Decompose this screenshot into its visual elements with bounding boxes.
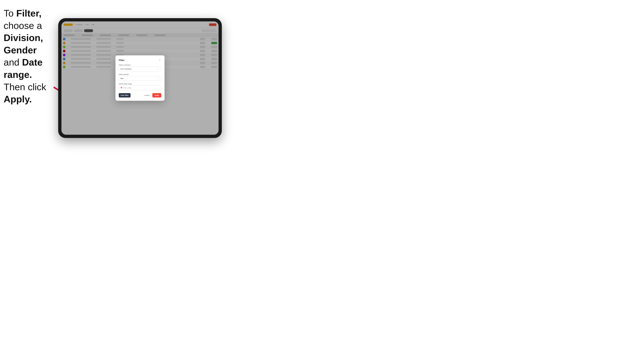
modal-close-button[interactable]: × <box>158 59 161 62</box>
bold-date-range: Date range. <box>4 57 42 80</box>
division-select-controls: × ⌃ <box>157 68 160 70</box>
date-placeholder: Pick a date <box>123 87 132 89</box>
division-chevron-icon: ⌃ <box>158 68 160 70</box>
date-range-input[interactable]: 📅 Pick a date <box>119 86 161 90</box>
gender-chevron-icon: ⌃ <box>158 78 160 79</box>
gender-label: Select gender <box>119 74 161 75</box>
tablet-frame: Competitions Teams Stats <box>58 18 222 138</box>
apply-button[interactable]: Apply <box>152 93 161 97</box>
division-label: Select a division <box>119 64 161 66</box>
tablet-screen: Competitions Teams Stats <box>62 21 218 135</box>
modal-header: Filter × <box>119 59 161 62</box>
cancel-button[interactable]: Cancel <box>142 93 151 97</box>
instruction-text-4: Then click Apply. <box>4 82 46 105</box>
division-clear-icon[interactable]: × <box>157 68 158 70</box>
bold-apply: Apply. <box>4 94 32 104</box>
division-selected-value: NCAA Division I <box>120 68 132 70</box>
gender-select[interactable]: Men × ⌃ <box>119 76 161 81</box>
gender-clear-icon[interactable]: × <box>157 78 158 79</box>
instruction-text-1: To Filter, choose a <box>4 8 42 31</box>
date-form-group: Select Date range 📅 Pick a date <box>119 83 161 90</box>
modal-footer: Clear filter Cancel Apply <box>119 93 161 97</box>
bold-division-gender: Division, Gender <box>4 32 43 55</box>
division-select[interactable]: NCAA Division I × ⌃ <box>119 67 161 71</box>
instruction-block: To Filter, choose a Division, Gender and… <box>4 7 56 105</box>
bold-filter: Filter, <box>16 8 42 18</box>
filter-modal: Filter × Select a division NCAA Division… <box>116 55 164 101</box>
gender-form-group: Select gender Men × ⌃ <box>119 74 161 81</box>
footer-right-buttons: Cancel Apply <box>142 93 161 97</box>
clear-filter-button[interactable]: Clear filter <box>119 93 130 97</box>
date-label: Select Date range <box>119 83 161 85</box>
gender-selected-value: Men <box>120 78 124 79</box>
division-form-group: Select a division NCAA Division I × ⌃ <box>119 64 161 71</box>
calendar-icon: 📅 <box>120 87 122 89</box>
gender-select-controls: × ⌃ <box>157 78 160 79</box>
modal-overlay: Filter × Select a division NCAA Division… <box>62 21 218 135</box>
modal-title: Filter <box>119 59 124 62</box>
instruction-text-3: and Date range. <box>4 57 42 80</box>
